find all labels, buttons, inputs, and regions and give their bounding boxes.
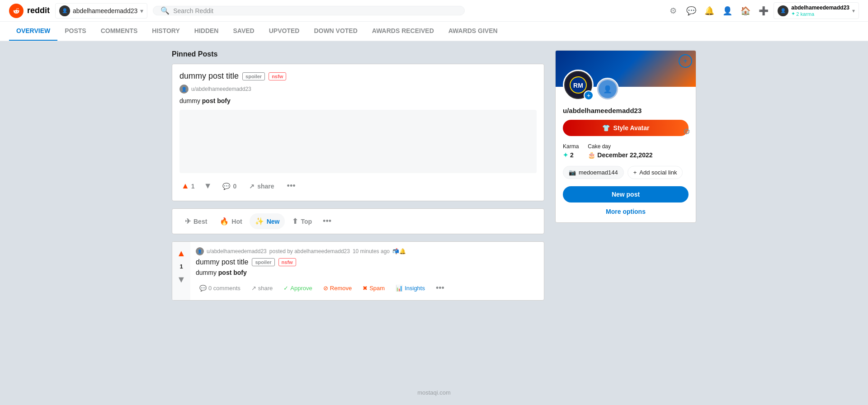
account-selector[interactable]: 👤 abdelhameedemadd23 ▾ <box>55 3 147 19</box>
notifications-icon-btn[interactable]: 🔔 <box>701 3 717 19</box>
search-bar: 🔍 <box>153 6 465 15</box>
share-button[interactable]: ↗ share <box>245 180 278 193</box>
profile-icon-btn[interactable]: 👤 <box>719 3 736 19</box>
cake-day-stat: Cake day 🎂 December 22,2022 <box>588 143 652 159</box>
pinned-posts-title: Pinned Posts <box>172 50 544 58</box>
tab-overview[interactable]: OVERVIEW <box>9 22 57 41</box>
tab-comments[interactable]: COMMENTS <box>94 22 145 41</box>
sort-bar: ✈ Best 🔥 Hot ✨ New ⬆ Top ••• <box>172 208 544 234</box>
karma-icon: ✦ <box>563 151 568 159</box>
social-link-button[interactable]: 📷 medoemad144 <box>563 166 624 179</box>
header: reddit 👤 abdelhameedemadd23 ▾ 🔍 ⚙ 💬 🔔 👤 … <box>0 0 868 22</box>
tab-saved[interactable]: SAVED <box>226 22 261 41</box>
pinned-downvote-icon: ▼ <box>177 274 186 285</box>
comment-icon: 💬 <box>222 183 230 190</box>
karma-stat: Karma ✦ 2 <box>563 143 579 159</box>
tab-downvoted[interactable]: DOWN VOTED <box>307 22 364 41</box>
pinned-more-button[interactable]: ••• <box>432 282 448 295</box>
watermark: mostaqi.com <box>417 389 451 396</box>
reddit-logo[interactable]: reddit <box>9 4 50 18</box>
approve-label: Approve <box>290 285 312 292</box>
pinned-downvote-button[interactable]: ▼ <box>175 272 188 287</box>
user-profile-avatar: 👤 <box>778 5 788 16</box>
top-icon: ⬆ <box>292 217 298 226</box>
tab-history[interactable]: HISTORY <box>145 22 187 41</box>
profile-chevron-icon: ▾ <box>852 8 855 14</box>
social-row: 📷 medoemad144 + Add social link <box>563 166 689 179</box>
user-display-name: abdelhameedemadd23 <box>791 5 849 11</box>
tab-upvoted[interactable]: UPVOTED <box>262 22 307 41</box>
spam-x-icon: ✖ <box>363 285 368 292</box>
add-social-label: Add social link <box>639 169 677 176</box>
pinned-spoiler-badge: spoiler <box>252 258 274 266</box>
remove-button[interactable]: ⊘ Remove <box>320 282 355 294</box>
pinned-title-row: dummy post title spoiler nsfw <box>196 258 538 266</box>
profile-card: RM + + 👤 ⚙ u/abdelhameedemadd23 <box>555 50 696 223</box>
search-input[interactable] <box>173 7 457 14</box>
post-author[interactable]: u/abdelhameedemadd23 <box>191 86 251 92</box>
sort-top-button[interactable]: ⬆ Top <box>287 213 317 229</box>
settings-icon-btn[interactable]: ⚙ <box>665 3 681 19</box>
pinned-share-icon: ↗ <box>251 285 256 292</box>
pinned-post-card: dummy post title spoiler nsfw 👤 u/abdelh… <box>172 64 544 201</box>
style-avatar-button[interactable]: 👕 Style Avatar <box>563 120 689 136</box>
sort-best-button[interactable]: ✈ Best <box>179 213 212 229</box>
search-icon: 🔍 <box>160 6 170 15</box>
home-icon-btn[interactable]: 🏠 <box>737 3 754 19</box>
pinned-vote-count: 1 <box>179 263 183 270</box>
cake-day-label: Cake day <box>588 143 652 150</box>
tab-awards-received[interactable]: AWARDS RECEIVED <box>365 22 441 41</box>
new-post-button[interactable]: New post <box>563 186 689 202</box>
post-title-row: dummy post title spoiler nsfw <box>179 71 537 81</box>
main-container: Pinned Posts dummy post title spoiler ns… <box>163 41 705 319</box>
right-sidebar: RM + + 👤 ⚙ u/abdelhameedemadd23 <box>555 50 696 301</box>
pinned-upvote-button[interactable]: ▲ <box>175 245 188 261</box>
spam-button[interactable]: ✖ Spam <box>359 282 388 294</box>
post-author-row: 👤 u/abdelhameedemadd23 <box>179 85 537 94</box>
profile-settings-button[interactable]: ⚙ <box>683 127 690 137</box>
pinned-share-label: share <box>258 285 273 292</box>
sidebar-body: u/abdelhameedemadd23 👕 Style Avatar Karm… <box>556 87 696 222</box>
post-body: dummy post bofy <box>179 97 537 104</box>
upvote-count: 1 <box>191 183 195 190</box>
new-icon: ✨ <box>255 217 264 226</box>
create-post-icon-btn[interactable]: ➕ <box>755 3 772 19</box>
add-profile-button[interactable]: + <box>679 54 692 68</box>
tab-posts[interactable]: POSTS <box>57 22 93 41</box>
insights-chart-icon: 📊 <box>396 285 403 292</box>
pinned-post-meta: 👤 u/abdelhameedemadd23 posted by abdelha… <box>196 247 538 255</box>
share-icon: ↗ <box>249 183 255 190</box>
user-profile-dropdown[interactable]: 👤 abdelhameedemadd23 ✦ 2 karma ▾ <box>774 2 859 19</box>
add-social-button[interactable]: + Add social link <box>627 166 683 179</box>
sort-more-button[interactable]: ••• <box>319 215 335 228</box>
pinned-comments-button[interactable]: 💬 0 comments <box>196 282 244 294</box>
sort-hot-label: Hot <box>231 218 242 225</box>
sort-best-label: Best <box>193 218 207 225</box>
pinned-comments-label: 0 comments <box>208 285 241 292</box>
cake-day-value: 🎂 December 22,2022 <box>588 151 652 159</box>
approve-button[interactable]: ✓ Approve <box>280 282 316 294</box>
cake-day-date: December 22,2022 <box>597 151 652 159</box>
comment-button[interactable]: 💬 0 <box>219 180 240 193</box>
upvote-button[interactable]: ▲ 1 <box>179 179 197 193</box>
spam-label: Spam <box>369 285 385 292</box>
profile-username: u/abdelhameedemadd23 <box>563 107 689 114</box>
sort-hot-button[interactable]: 🔥 Hot <box>214 213 247 229</box>
remove-circle-icon: ⊘ <box>323 285 328 292</box>
sort-new-label: New <box>267 218 280 225</box>
post-more-button[interactable]: ••• <box>283 179 299 193</box>
insights-button[interactable]: 📊 Insights <box>392 282 429 294</box>
stats-row: Karma ✦ 2 Cake day 🎂 December 22,2022 <box>563 143 689 159</box>
karma-stat-value: ✦ 2 <box>563 151 579 159</box>
karma-stat-label: Karma <box>563 143 579 150</box>
chat-icon-btn[interactable]: 💬 <box>683 3 699 19</box>
remove-label: Remove <box>330 285 352 292</box>
pinned-post-title: dummy post title <box>196 258 248 266</box>
tab-hidden[interactable]: HIDDEN <box>187 22 226 41</box>
sort-new-button[interactable]: ✨ New <box>250 213 285 229</box>
downvote-button[interactable]: ▼ <box>202 179 214 193</box>
more-options-link[interactable]: More options <box>563 208 689 215</box>
pinned-share-button[interactable]: ↗ share <box>248 282 277 294</box>
pinned-author-name[interactable]: u/abdelhameedemadd23 <box>207 248 267 254</box>
tab-awards-given[interactable]: AWARDS GIVEN <box>441 22 505 41</box>
